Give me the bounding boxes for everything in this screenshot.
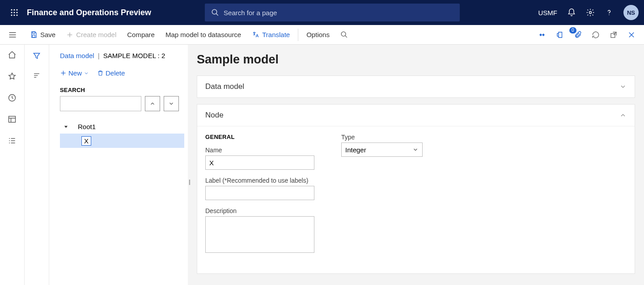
delete-button[interactable]: Delete — [97, 69, 125, 77]
breadcrumb-current: SAMPLE MODEL : 2 — [103, 52, 165, 59]
app-title: Finance and Operations Preview — [27, 8, 151, 17]
svg-point-5 — [16, 12, 17, 13]
save-button[interactable]: Save — [25, 25, 61, 44]
tree-node-root[interactable]: Root1 — [60, 119, 184, 134]
close-button[interactable] — [626, 29, 637, 40]
resize-handle[interactable]: || — [189, 179, 190, 185]
general-heading: GENERAL — [205, 134, 314, 140]
svg-point-7 — [13, 14, 15, 16]
svg-point-12 — [609, 14, 610, 15]
chevron-down-icon — [84, 71, 89, 76]
translate-icon — [252, 31, 259, 38]
command-bar: Save Create model Compare Map model to d… — [0, 25, 644, 45]
popout-button[interactable] — [608, 29, 619, 40]
search-prev-button[interactable] — [145, 96, 160, 111]
svg-rect-16 — [33, 32, 35, 34]
page-title: Sample model — [197, 53, 635, 67]
workspaces-icon[interactable] — [7, 114, 17, 124]
divider — [298, 29, 298, 41]
svg-point-11 — [589, 12, 592, 14]
recent-icon[interactable] — [7, 93, 17, 103]
chevron-up-icon — [149, 101, 156, 107]
chevron-down-icon — [168, 101, 174, 107]
user-avatar[interactable]: NS — [623, 5, 639, 20]
panel-rail — [25, 45, 49, 285]
section-data-model-header[interactable]: Data model — [197, 76, 635, 97]
plus-icon — [66, 31, 73, 38]
modules-icon[interactable] — [7, 136, 17, 146]
search-icon — [211, 8, 219, 17]
name-label: Name — [205, 147, 314, 154]
svg-point-0 — [11, 9, 12, 10]
section-data-model: Data model — [197, 75, 635, 98]
svg-line-21 — [345, 36, 347, 38]
type-label: Type — [341, 134, 423, 141]
section-node: Node GENERAL Name Label (*Recommended to… — [197, 104, 635, 274]
map-model-button[interactable]: Map model to datasource — [160, 25, 246, 44]
chevron-up-icon — [619, 112, 627, 119]
translate-button[interactable]: Translate — [246, 25, 295, 44]
related-info-button[interactable] — [537, 29, 547, 40]
app-launcher-icon[interactable] — [5, 8, 23, 17]
create-model-button[interactable]: Create model — [61, 25, 122, 44]
label-label: Label (*Recommended to use labels) — [205, 177, 314, 184]
favorites-icon[interactable] — [7, 71, 17, 81]
office-addin-button[interactable] — [555, 29, 565, 40]
list-view-icon[interactable] — [32, 71, 42, 80]
label-input[interactable] — [205, 186, 314, 200]
global-search[interactable]: Search for a page — [205, 4, 460, 21]
nav-rail — [0, 45, 25, 285]
global-search-placeholder: Search for a page — [224, 9, 277, 17]
home-icon[interactable] — [7, 50, 17, 60]
section-node-header[interactable]: Node — [197, 105, 635, 126]
attachments-badge: 0 — [569, 27, 576, 34]
refresh-button[interactable] — [590, 29, 601, 40]
svg-point-2 — [16, 9, 17, 10]
app-header: Finance and Operations Preview Search fo… — [0, 0, 644, 25]
search-label: SEARCH — [60, 87, 184, 93]
svg-point-1 — [13, 9, 15, 10]
tree-toolbar: New Delete — [60, 69, 184, 77]
chevron-down-icon — [619, 83, 627, 90]
chevron-down-icon — [412, 147, 419, 153]
gear-icon[interactable] — [586, 8, 595, 17]
compare-button[interactable]: Compare — [122, 25, 160, 44]
detail-pane: Sample model Data model Node GENERAL Nam… — [188, 45, 644, 285]
help-icon[interactable] — [605, 8, 614, 17]
svg-rect-26 — [9, 116, 16, 122]
svg-point-8 — [16, 14, 17, 16]
new-button[interactable]: New — [60, 69, 89, 77]
svg-point-3 — [11, 12, 12, 13]
nav-hamburger-icon[interactable] — [8, 30, 17, 39]
description-input[interactable] — [205, 216, 314, 253]
svg-point-6 — [11, 14, 12, 16]
save-icon — [30, 31, 38, 38]
command-search-button[interactable] — [335, 25, 353, 44]
filter-icon[interactable] — [32, 51, 42, 61]
tree-search-input[interactable] — [60, 96, 141, 111]
name-input[interactable] — [205, 155, 314, 170]
bell-icon[interactable] — [567, 8, 576, 17]
type-select[interactable]: Integer — [341, 142, 423, 157]
company-picker[interactable]: USMF — [538, 9, 558, 17]
tree-node-selected[interactable]: X — [60, 134, 184, 148]
tree-panel: Data model | SAMPLE MODEL : 2 New Delete… — [49, 45, 188, 285]
breadcrumb-link[interactable]: Data model — [60, 52, 94, 59]
options-button[interactable]: Options — [301, 25, 335, 44]
search-icon — [340, 31, 348, 38]
search-next-button[interactable] — [164, 96, 179, 111]
svg-point-20 — [341, 32, 346, 36]
description-label: Description — [205, 207, 314, 214]
trash-icon — [97, 70, 104, 76]
breadcrumb: Data model | SAMPLE MODEL : 2 — [60, 52, 184, 59]
attachments-button[interactable]: 0 — [572, 29, 583, 40]
svg-rect-17 — [33, 35, 35, 38]
svg-line-10 — [216, 13, 218, 16]
svg-point-9 — [212, 9, 217, 14]
plus-icon — [60, 70, 67, 76]
svg-point-4 — [13, 12, 15, 13]
model-tree: Root1 X — [60, 119, 184, 148]
caret-down-icon[interactable] — [60, 124, 72, 129]
breadcrumb-separator: | — [98, 52, 100, 59]
